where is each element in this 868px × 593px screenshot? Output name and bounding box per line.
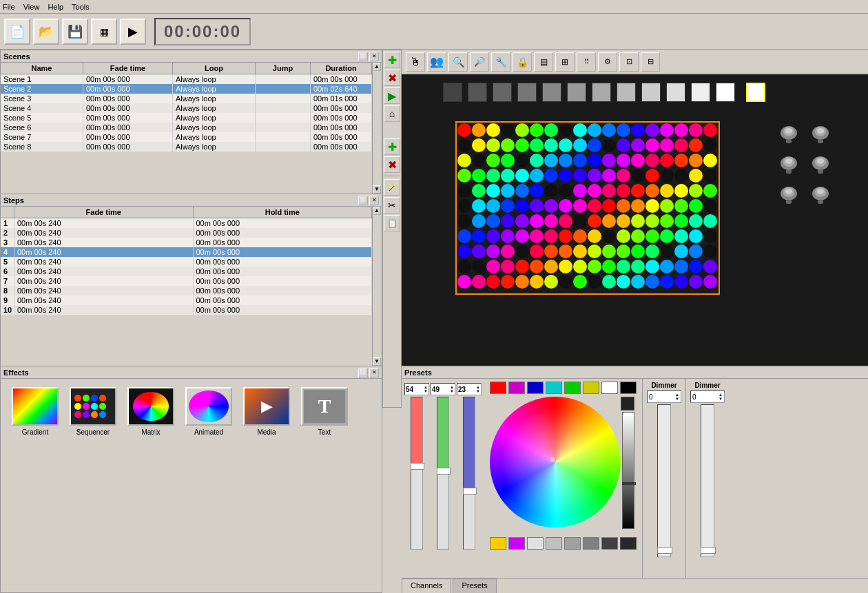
scenes-close-button[interactable]: ✕ (369, 52, 379, 61)
dimmer1-track[interactable] (657, 404, 671, 557)
fixture-2[interactable] (807, 123, 834, 149)
steps-scrollbar[interactable]: ▲ ▼ (372, 207, 382, 366)
channel-r-thumb[interactable] (411, 463, 424, 470)
channel-g-spinbox[interactable]: 49 ▲ ▼ (431, 383, 455, 395)
swatch-blue[interactable] (527, 382, 544, 394)
scenes-scroll-down[interactable]: ▼ (373, 185, 381, 194)
scenes-restore-button[interactable]: ⬜ (358, 52, 368, 61)
effect-sequencer[interactable]: Sequencer (70, 387, 116, 436)
effects-restore-button[interactable]: ⬜ (358, 368, 368, 377)
wand-button[interactable]: 🪄 (384, 179, 400, 196)
scenes-row[interactable]: Scene 7 00m 00s 000 Always loop 00m 00s … (1, 132, 372, 142)
gs-swatch-5[interactable] (542, 83, 561, 102)
swatch-gray2[interactable] (583, 537, 599, 550)
group-tool[interactable]: 👥 (427, 52, 446, 72)
gs-swatch-6[interactable] (567, 83, 586, 102)
dimmer2-thumb[interactable] (701, 547, 716, 554)
gs-swatch-7[interactable] (592, 83, 611, 102)
swatch-red[interactable] (490, 382, 506, 394)
play-button[interactable]: ▶ (120, 19, 146, 45)
steps-restore-button[interactable]: ⬜ (358, 196, 368, 205)
settings-tool[interactable]: 🔧 (491, 52, 510, 72)
scenes-row[interactable]: Scene 4 00m 00s 000 Always loop 00m 00s … (1, 103, 372, 113)
fixture-6[interactable] (807, 183, 834, 209)
swatch-orange[interactable] (490, 537, 506, 550)
zoom-in-tool[interactable]: 🔍 (448, 52, 468, 72)
dimmer2-track[interactable] (701, 404, 714, 557)
channel-g-arrows[interactable]: ▲ ▼ (450, 385, 454, 393)
scenes-row[interactable]: Scene 2 00m 00s 000 Always loop 00m 02s … (1, 84, 372, 94)
save-button[interactable]: 💾 (62, 19, 88, 45)
gs-swatch-3[interactable] (493, 83, 512, 102)
fixture-3[interactable] (776, 153, 802, 179)
channel-r-down[interactable]: ▼ (424, 389, 428, 393)
effect-media[interactable]: ▶ Media (243, 387, 290, 436)
steps-row[interactable]: 6 00m 00s 240 00m 00s 000 (1, 267, 372, 276)
effects-close-button[interactable]: ✕ (369, 368, 379, 377)
steps-row[interactable]: 3 00m 00s 240 00m 00s 000 (1, 238, 372, 247)
swatch-silver[interactable] (546, 537, 562, 550)
effect-gradient[interactable]: Gradient (12, 387, 59, 436)
steps-row[interactable]: 1 00m 00s 240 00m 00s 000 (1, 218, 372, 228)
scenes-scrollbar[interactable]: ▲ ▼ (372, 63, 382, 194)
color-wheel[interactable] (490, 397, 621, 528)
swatch-black[interactable] (620, 382, 637, 394)
dimmer2-down[interactable]: ▼ (719, 397, 723, 401)
scenes-row[interactable]: Scene 5 00m 00s 000 Always loop 00m 00s … (1, 113, 372, 123)
add-step-button[interactable]: ✚ (384, 138, 400, 155)
swatch-cyan[interactable] (546, 382, 562, 394)
play-scene-button[interactable]: ▶ (384, 87, 400, 104)
gs-swatch-1[interactable] (443, 83, 462, 102)
channel-r-spinbox[interactable]: 54 ▲ ▼ (404, 383, 429, 395)
swatch-lightgray[interactable] (527, 537, 544, 550)
channel-g-thumb[interactable] (437, 468, 451, 475)
barcode-tool[interactable]: ▤ (534, 52, 553, 72)
channel-b-thumb[interactable] (463, 488, 477, 495)
person-grid-tool[interactable]: ⚙ (598, 52, 617, 72)
gs-swatch-selected[interactable] (746, 83, 765, 102)
copy-button[interactable]: 📋 (384, 215, 400, 231)
dimmer1-arrows[interactable]: ▲ ▼ (675, 393, 679, 401)
fixture-1[interactable] (776, 123, 802, 149)
black-swatch-overlay[interactable] (621, 397, 634, 410)
new-button[interactable]: 📄 (4, 19, 30, 45)
pointer-tool[interactable]: 🖱 (406, 52, 425, 72)
effect-matrix[interactable]: Matrix (127, 387, 174, 436)
tab-presets[interactable]: Presets (453, 579, 496, 593)
tab-channels[interactable]: Channels (402, 579, 451, 593)
scenes-row[interactable]: Scene 3 00m 00s 000 Always loop 00m 01s … (1, 94, 372, 103)
swatch-verydark[interactable] (620, 537, 637, 550)
home-button[interactable]: ⌂ (384, 105, 400, 122)
scissors-button[interactable]: ✂ (384, 197, 400, 214)
menu-tools[interactable]: Tools (72, 3, 90, 11)
effect-text[interactable]: T Text (301, 387, 348, 436)
matrix-button[interactable]: ▦ (91, 19, 117, 45)
scenes-row[interactable]: Scene 1 00m 00s 000 Always loop 00m 00s … (1, 74, 372, 84)
steps-row[interactable]: 4 00m 00s 240 00m 00s 000 (1, 247, 372, 257)
fixture-copy-tool[interactable]: ⊟ (641, 52, 660, 72)
menu-view[interactable]: View (23, 3, 40, 11)
dots-tool[interactable]: ⠿ (577, 52, 596, 72)
fixture-group-tool[interactable]: ⊡ (619, 52, 639, 72)
steps-row[interactable]: 2 00m 00s 240 00m 00s 000 (1, 228, 372, 238)
menu-file[interactable]: File (3, 3, 15, 11)
swatch-darkgray[interactable] (601, 537, 618, 550)
dimmer2-spinbox[interactable]: 0 ▲ ▼ (690, 391, 725, 403)
dimmer1-down[interactable]: ▼ (675, 397, 679, 401)
swatch-magenta[interactable] (508, 382, 525, 394)
steps-row[interactable]: 10 00m 00s 240 00m 00s 000 (1, 305, 372, 315)
scenes-row[interactable]: Scene 8 00m 00s 000 Always loop 00m 00s … (1, 142, 372, 152)
gs-swatch-9[interactable] (641, 83, 661, 102)
dimmer1-thumb[interactable] (657, 547, 672, 554)
swatch-white[interactable] (601, 382, 618, 394)
steps-scroll-down[interactable]: ▼ (373, 357, 381, 366)
gs-swatch-12[interactable] (716, 83, 735, 102)
gs-swatch-2[interactable] (468, 83, 487, 102)
swatch-gray1[interactable] (564, 537, 581, 550)
steps-row[interactable]: 7 00m 00s 240 00m 00s 000 (1, 276, 372, 286)
dot-grid-canvas[interactable] (455, 121, 720, 295)
dimmer1-spinbox[interactable]: 0 ▲ ▼ (647, 391, 681, 403)
scenes-scroll-up[interactable]: ▲ (373, 63, 381, 71)
channel-b-down[interactable]: ▼ (476, 389, 480, 393)
zoom-out-tool[interactable]: 🔎 (470, 52, 489, 72)
